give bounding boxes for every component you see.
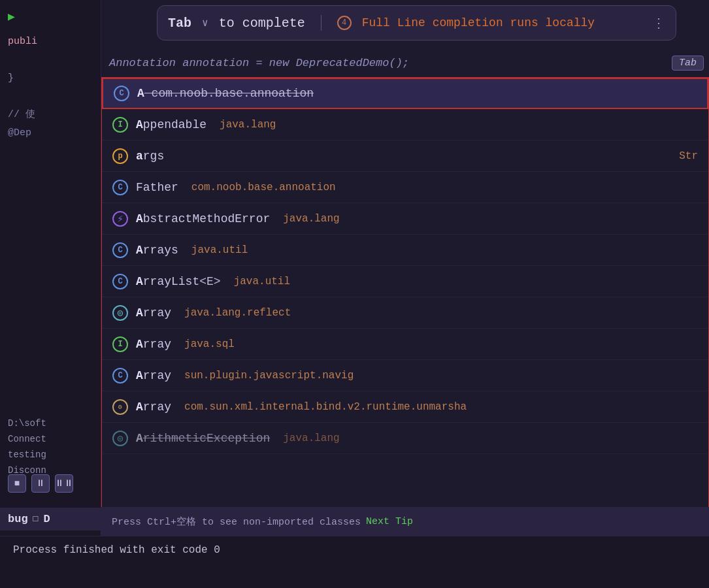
to-complete-text: to complete	[219, 16, 305, 31]
sidebar-top: ▶ publi } // 使 @Dep	[0, 0, 101, 142]
terminal: Process finished with exit code 0	[0, 536, 709, 588]
more-options-icon[interactable]: ⋮	[652, 15, 665, 31]
class-icon-3: C	[112, 180, 128, 195]
ac-name-2: args	[136, 150, 164, 163]
class-icon-6: C	[112, 274, 128, 289]
class-icon-5: C	[112, 242, 128, 258]
class-icon-0: C	[114, 86, 129, 101]
chevron-down-icon: ∨	[202, 16, 208, 29]
tooltip-bar: Tab ∨ to complete 4 Full Line completion…	[157, 5, 676, 41]
ac-name-6: ArrayList<E>	[136, 275, 221, 288]
terminal-text: Process finished with exit code 0	[13, 544, 220, 556]
circle-num-icon: 4	[337, 16, 352, 30]
ac-name-0: A com.noob.base.annoation	[137, 87, 314, 100]
sidebar-line-3: }	[8, 69, 93, 88]
ac-package-1: java.lang	[220, 119, 276, 131]
annotation-code-text: Annotation annotation = new DeprecatedDe…	[109, 57, 409, 69]
ac-name-5: Arrays	[136, 244, 178, 257]
ac-name-1: Appendable	[136, 118, 206, 131]
ac-name-8: Array	[136, 338, 171, 351]
ac-item-7[interactable]: ◎ Array java.lang.reflect	[102, 297, 708, 329]
ac-name-11: ArithmeticException	[136, 432, 270, 445]
step-button[interactable]: ⏸⏸	[55, 474, 73, 493]
ac-item-4[interactable]: ⚡ AbstractMethodError java.lang	[102, 203, 708, 235]
ac-package-8: java.sql	[184, 338, 235, 350]
sidebar-line-6: @Dep	[8, 124, 93, 142]
sidebar-line-5: // 使	[8, 106, 93, 124]
debug-text: bug	[8, 513, 28, 525]
debug-item-2: Connect	[0, 431, 101, 447]
sidebar-debug-label: bug □ D	[0, 508, 101, 531]
ac-name-7: Array	[136, 306, 171, 319]
tab-label: Tab	[168, 16, 191, 31]
play-button[interactable]: ▶	[0, 0, 101, 33]
ac-name-10: Array	[136, 400, 171, 414]
web-icon-11: ◎	[112, 431, 128, 446]
divider	[321, 15, 322, 31]
left-sidebar: ▶ publi } // 使 @Dep D:\soft Connect test…	[0, 0, 101, 588]
ac-package-7: java.lang.reflect	[184, 307, 291, 319]
ac-item-5[interactable]: C Arrays java.util	[102, 235, 708, 266]
ac-name-3: Father	[136, 181, 178, 194]
ac-item-2[interactable]: p args Str	[102, 140, 708, 172]
annotation-line: Annotation annotation = new DeprecatedDe…	[101, 49, 709, 78]
tab-badge: Tab	[672, 56, 704, 71]
ac-package-11: java.lang	[283, 433, 339, 444]
debug-item-1: D:\soft	[0, 416, 101, 431]
stop-button[interactable]: ■	[8, 474, 26, 493]
debug-icon: □	[33, 514, 39, 524]
ac-item-6[interactable]: C ArrayList<E> java.util	[102, 266, 708, 297]
ac-name-4: AbstractMethodError	[136, 212, 270, 225]
ac-item-3[interactable]: C Father com.noob.base.annoation	[102, 172, 708, 203]
full-line-text: Full Line completion runs locally	[362, 16, 595, 29]
ac-footer: Press Ctrl+空格 to see non-imported classe…	[101, 507, 709, 536]
ac-package-right-2: Str	[679, 150, 698, 162]
ac-item-11[interactable]: ◎ ArithmeticException java.lang	[102, 423, 708, 454]
pause-button[interactable]: ⏸	[31, 474, 50, 493]
ac-item-10[interactable]: ⚙ Array com.sun.xml.internal.bind.v2.run…	[102, 391, 708, 423]
sidebar-debug-items: D:\soft Connect testing Disconn	[0, 416, 101, 478]
footer-hint-text: Press Ctrl+空格 to see non-imported classe…	[112, 515, 361, 528]
sidebar-line-2	[8, 51, 93, 69]
ac-item-9[interactable]: C Array sun.plugin.javascript.navig	[102, 360, 708, 391]
ac-package-4: java.lang	[283, 213, 339, 225]
web-icon-7: ◎	[112, 305, 128, 321]
ac-name-9: Array	[136, 369, 171, 382]
autocomplete-dropdown: C A com.noob.base.annoation I Appendable…	[101, 77, 709, 536]
ac-package-10: com.sun.xml.internal.bind.v2.runtime.unm…	[184, 401, 467, 413]
sidebar-code-lines: publi } // 使 @Dep	[0, 33, 101, 142]
error-icon-4: ⚡	[112, 211, 128, 227]
ac-package-9: sun.plugin.javascript.navig	[184, 370, 354, 382]
param-icon-2: p	[112, 148, 128, 164]
debug-controls: ■ ⏸ ⏸⏸	[0, 470, 101, 497]
ac-package-6: java.util	[234, 276, 290, 287]
sidebar-line-1: publi	[8, 33, 93, 51]
next-tip-link[interactable]: Next Tip	[366, 516, 413, 527]
ac-item-1[interactable]: I Appendable java.lang	[102, 109, 708, 140]
debug-d: D	[43, 513, 50, 525]
sidebar-line-4	[8, 88, 93, 106]
ac-package-3: com.noob.base.annoation	[191, 182, 336, 193]
interface-icon-1: I	[112, 117, 128, 133]
debug-item-3: testing	[0, 447, 101, 463]
class-icon-9: C	[112, 368, 128, 384]
ac-item-8[interactable]: I Array java.sql	[102, 329, 708, 360]
interface-icon-8: I	[112, 336, 128, 352]
circle-num: 4	[342, 18, 346, 27]
xml-icon-10: ⚙	[112, 399, 128, 415]
ac-package-5: java.util	[191, 244, 248, 256]
ac-item-0[interactable]: C A com.noob.base.annoation	[102, 78, 708, 109]
